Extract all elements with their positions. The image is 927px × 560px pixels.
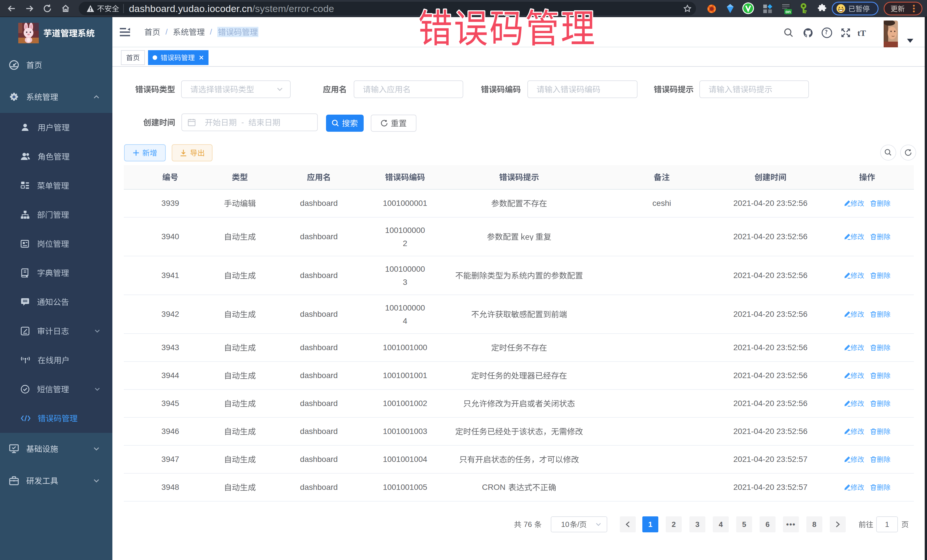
- svg-text:on: on: [786, 9, 791, 14]
